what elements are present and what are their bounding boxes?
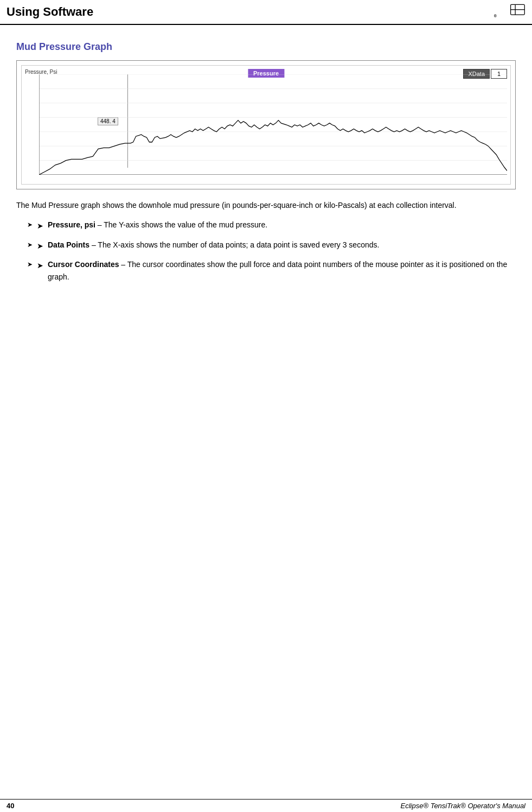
page-title: Using Software <box>7 5 93 19</box>
bullet-content: Data Points – The X-axis shows the numbe… <box>48 239 379 251</box>
bullet-term: Pressure, psi <box>48 220 95 229</box>
bullet-content: Cursor Coordinates – The cursor coordina… <box>48 258 516 283</box>
page-footer: 40 Eclipse® TensiTrak® Operator's Manual <box>0 799 532 812</box>
section-title: Mud Pressure Graph <box>16 41 516 53</box>
page-content: Mud Pressure Graph Pressure, Psi Pressur… <box>0 25 532 300</box>
bullet-term: Cursor Coordinates <box>48 260 119 269</box>
bullet-chevron: ➤ <box>37 259 43 271</box>
footer-page-number: 40 <box>7 802 14 810</box>
description-intro: The Mud Pressure graph shows the downhol… <box>16 199 516 211</box>
bullet-list: ➤Pressure, psi – The Y-axis shows the va… <box>27 219 516 283</box>
graph-svg: 0 2 4 6 8 10 12 0 200 400 600 800 1000 1… <box>39 74 507 175</box>
bullet-chevron: ➤ <box>37 240 43 252</box>
dci-logo: ® <box>493 3 525 21</box>
graph-inner: Pressure, Psi Pressure XData 1 448. 4 <box>21 65 511 185</box>
list-item: ➤Cursor Coordinates – The cursor coordin… <box>27 258 516 283</box>
page-header: Using Software ® <box>0 0 532 25</box>
list-item: ➤Data Points – The X-axis shows the numb… <box>27 239 516 252</box>
footer-doc-title: Eclipse® TensiTrak® Operator's Manual <box>401 802 525 810</box>
bullet-chevron: ➤ <box>37 220 43 232</box>
bullet-content: Pressure, psi – The Y-axis shows the val… <box>48 219 267 231</box>
graph-container: Pressure, Psi Pressure XData 1 448. 4 <box>16 60 516 189</box>
svg-text:®: ® <box>494 14 497 18</box>
bullet-term: Data Points <box>48 240 89 249</box>
list-item: ➤Pressure, psi – The Y-axis shows the va… <box>27 219 516 232</box>
